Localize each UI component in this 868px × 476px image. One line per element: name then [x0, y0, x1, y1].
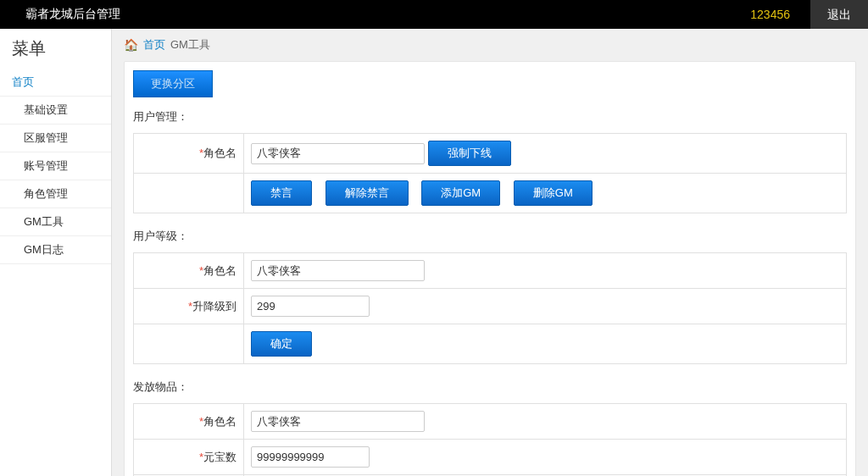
sidebar-item-home[interactable]: 首页 [0, 69, 111, 97]
content: 更换分区 用户管理： *角色名 强制下线 禁言 解除禁言 添加GM [124, 61, 856, 476]
user-level-table: *角色名 *升降级到 确定 [133, 252, 847, 364]
role-name-input-2[interactable] [251, 260, 425, 281]
sidebar-item-gm-tools[interactable]: GM工具 [0, 208, 111, 236]
section-user-level-title: 用户等级： [125, 225, 855, 247]
gold-label: 元宝数 [203, 451, 236, 463]
sidebar-item-gm-log[interactable]: GM日志 [0, 236, 111, 264]
app-title: 霸者龙城后台管理 [0, 7, 730, 22]
role-name-input-3[interactable] [251, 411, 425, 432]
section-user-mgmt-title: 用户管理： [125, 106, 855, 128]
section-give-item-title: 发放物品： [125, 376, 855, 398]
delete-gm-button[interactable]: 删除GM [514, 180, 593, 206]
sidebar-item-basic-settings[interactable]: 基础设置 [0, 97, 111, 125]
sidebar-item-account-mgmt[interactable]: 账号管理 [0, 152, 111, 180]
role-label-3: 角色名 [203, 415, 236, 428]
switch-zone-button[interactable]: 更换分区 [133, 70, 213, 97]
breadcrumb: 🏠 首页 GM工具 [112, 29, 868, 61]
unmute-button[interactable]: 解除禁言 [326, 180, 409, 206]
sidebar: 菜单 首页 基础设置 区服管理 账号管理 角色管理 GM工具 GM日志 [0, 29, 112, 476]
user-mgmt-table: *角色名 强制下线 禁言 解除禁言 添加GM 删除GM [133, 133, 847, 213]
mute-button[interactable]: 禁言 [251, 180, 312, 206]
logout-button[interactable]: 退出 [810, 0, 868, 29]
level-input[interactable] [251, 296, 370, 317]
topbar: 霸者龙城后台管理 123456 退出 [0, 0, 868, 29]
role-label-2: 角色名 [203, 264, 236, 277]
gold-input[interactable] [251, 446, 370, 468]
sidebar-header: 菜单 [0, 29, 111, 69]
role-name-input[interactable] [251, 143, 425, 164]
force-offline-button[interactable]: 强制下线 [428, 141, 511, 166]
breadcrumb-current: GM工具 [170, 37, 210, 53]
topbar-user[interactable]: 123456 [730, 0, 810, 29]
role-label: 角色名 [203, 147, 236, 159]
confirm-level-button[interactable]: 确定 [251, 331, 312, 357]
give-item-table: *角色名 *元宝数 *物品搜索 搜索 [133, 403, 847, 476]
sidebar-item-role-mgmt[interactable]: 角色管理 [0, 180, 111, 208]
add-gm-button[interactable]: 添加GM [421, 180, 500, 206]
level-label: 升降级到 [192, 300, 236, 313]
breadcrumb-home[interactable]: 首页 [143, 37, 165, 53]
main: 🏠 首页 GM工具 更换分区 用户管理： *角色名 强制下线 [112, 29, 868, 476]
home-icon: 🏠 [124, 38, 138, 52]
sidebar-item-zone-mgmt[interactable]: 区服管理 [0, 125, 111, 152]
